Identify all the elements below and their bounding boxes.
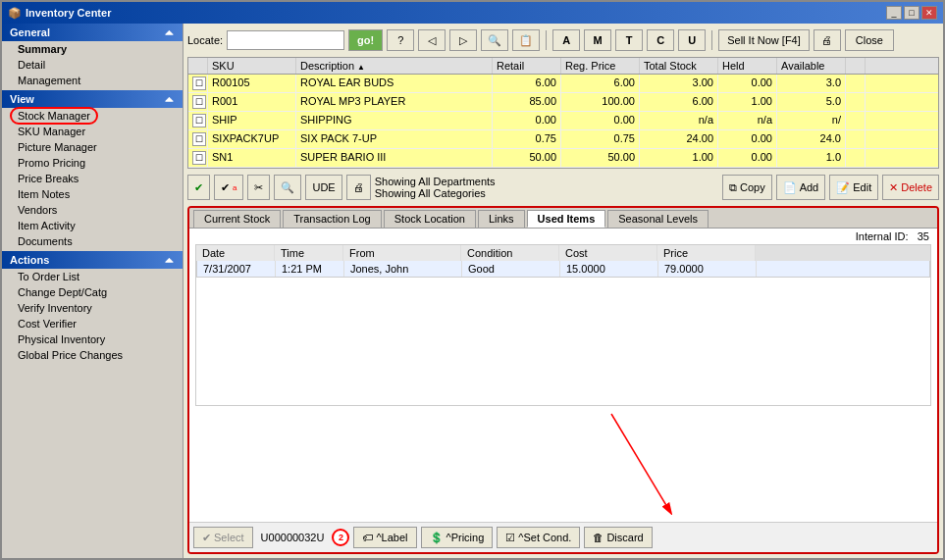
letter-u-button[interactable]: U	[678, 29, 706, 51]
close-button[interactable]: Close	[845, 29, 894, 51]
row2-total-stock: 6.00	[640, 93, 718, 111]
grid-row[interactable]: ☐ SHIP SHIPPING 0.00 0.00 n/a n/a n/	[188, 112, 938, 130]
sidebar-item-documents[interactable]: Documents	[2, 233, 183, 249]
row3-held: n/a	[718, 112, 777, 129]
discard-icon: 🗑	[593, 532, 604, 543]
tab-used-items[interactable]: Used Items	[527, 210, 606, 228]
sidebar-item-vendors[interactable]: Vendors	[2, 202, 183, 218]
used-table-body: 7/31/2007 1:21 PM Jones, John Good 15.00…	[195, 261, 931, 406]
row5-available: 1.0	[777, 149, 846, 167]
letter-c-button[interactable]: C	[647, 29, 674, 51]
add-button[interactable]: 📄 Add	[776, 175, 826, 200]
action-bar: ✔ ✔a ✂ 🔍 UDE 🖨 Showing All Departments S…	[187, 173, 939, 202]
row5-checkbox[interactable]: ☐	[188, 149, 208, 167]
tab-current-stock[interactable]: Current Stock	[193, 210, 281, 228]
delete-button[interactable]: ✕ Delete	[882, 175, 939, 200]
printer2-button[interactable]: 🖨	[346, 175, 371, 200]
row2-checkbox[interactable]: ☐	[188, 93, 208, 111]
sidebar-item-item-activity[interactable]: Item Activity	[2, 218, 183, 233]
grid-row[interactable]: ☐ R001 ROYAL MP3 PLAYER 85.00 100.00 6.0…	[188, 93, 938, 112]
discard-button[interactable]: 🗑 Discard	[584, 527, 652, 548]
col-header-scroll	[846, 58, 866, 74]
grid-row[interactable]: ☐ R00105 ROYAL EAR BUDS 6.00 6.00 3.00 0…	[188, 75, 938, 93]
sidebar-header-actions[interactable]: Actions ⏶	[2, 251, 183, 269]
right-panel: Locate: go! ? ◁ ▷ 🔍 📋 A M T C U Sell It …	[184, 24, 943, 558]
label-button[interactable]: 🏷 ^Label	[353, 527, 416, 548]
row1-checkbox[interactable]: ☐	[188, 75, 208, 92]
row3-checkbox[interactable]: ☐	[188, 112, 208, 129]
sidebar-item-to-order-list[interactable]: To Order List	[2, 269, 183, 284]
letter-a-button[interactable]: A	[552, 29, 580, 51]
label-icon: 🏷	[362, 532, 373, 543]
help-button[interactable]: ?	[387, 29, 414, 51]
sidebar-item-summary[interactable]: Summary	[2, 41, 183, 57]
used-table-row[interactable]: 7/31/2007 1:21 PM Jones, John Good 15.00…	[196, 261, 930, 278]
edit-button[interactable]: 📝 Edit	[829, 175, 878, 200]
tab-seasonal-levels[interactable]: Seasonal Levels	[607, 210, 709, 228]
scissors-button[interactable]: ✂	[247, 175, 270, 200]
row2-retail: 85.00	[493, 93, 561, 111]
copy-button[interactable]: ⧉ Copy	[722, 175, 772, 200]
sell-it-now-button[interactable]: Sell It Now [F4]	[718, 29, 810, 51]
separator1	[546, 30, 547, 50]
select-label: Select	[214, 532, 244, 543]
row3-extra	[846, 112, 866, 129]
sidebar-item-detail[interactable]: Detail	[2, 57, 183, 73]
pricing-button[interactable]: 💲 ^Pricing	[421, 527, 494, 548]
row4-extra	[846, 130, 866, 148]
tab-links[interactable]: Links	[478, 210, 525, 228]
sidebar-header-general[interactable]: General ⏶	[2, 24, 183, 41]
sidebar-item-picture-manager[interactable]: Picture Manager	[2, 139, 183, 155]
binoculars-button[interactable]: 🔍	[274, 175, 301, 200]
ude-button[interactable]: UDE	[305, 175, 341, 200]
set-cond-button[interactable]: ☑ ^Set Cond.	[497, 527, 580, 548]
sidebar-view-label: View	[10, 93, 34, 105]
row1-reg-price: 6.00	[561, 75, 640, 92]
sidebar-item-change-dept[interactable]: Change Dept/Catg	[2, 284, 183, 300]
close-window-button[interactable]: ✕	[921, 6, 937, 20]
row4-checkbox[interactable]: ☐	[188, 130, 208, 148]
col-header-sku: SKU	[208, 58, 296, 74]
sidebar-item-cost-verifier[interactable]: Cost Verifier	[2, 316, 183, 331]
sidebar-item-item-notes[interactable]: Item Notes	[2, 186, 183, 202]
used-row1-cost: 15.0000	[560, 261, 658, 277]
back-button[interactable]: ◁	[418, 29, 446, 51]
letter-m-button[interactable]: M	[584, 29, 611, 51]
row4-available: 24.0	[777, 130, 846, 148]
empty-table-space	[196, 278, 930, 405]
sidebar-item-physical-inventory[interactable]: Physical Inventory	[2, 331, 183, 347]
checkmark-x-button[interactable]: ✔a	[214, 175, 243, 200]
forward-button[interactable]: ▷	[449, 29, 477, 51]
row2-reg-price: 100.00	[561, 93, 640, 111]
sidebar-item-price-breaks[interactable]: Price Breaks	[2, 171, 183, 186]
search-button[interactable]: 🔍	[481, 29, 508, 51]
go-button[interactable]: go!	[348, 29, 383, 51]
maximize-button[interactable]: □	[904, 6, 919, 20]
grid-row[interactable]: ☐ SN1 SUPER BARIO III 50.00 50.00 1.00 0…	[188, 149, 938, 168]
letter-t-button[interactable]: T	[615, 29, 643, 51]
row4-retail: 0.75	[493, 130, 561, 148]
filter-button[interactable]: 📋	[512, 29, 540, 51]
checkmark-button[interactable]: ✔	[187, 175, 210, 200]
sidebar-item-verify-inventory[interactable]: Verify Inventory	[2, 300, 183, 316]
sidebar-item-stock-manager[interactable]: Stock Manager	[10, 107, 98, 125]
item-grid: SKU Description ▲ Retail Reg. Price Tota…	[187, 57, 939, 169]
tab-transaction-log[interactable]: Transaction Log	[283, 210, 381, 228]
row1-total-stock: 3.00	[640, 75, 718, 92]
row2-description: ROYAL MP3 PLAYER	[296, 93, 493, 111]
minimize-button[interactable]: _	[886, 6, 902, 20]
sidebar-item-sku-manager[interactable]: SKU Manager	[2, 124, 183, 139]
grid-row[interactable]: ☐ SIXPACK7UP SIX PACK 7-UP 0.75 0.75 24.…	[188, 130, 938, 149]
locate-input[interactable]	[227, 30, 344, 50]
sidebar-item-management[interactable]: Management	[2, 73, 183, 88]
dept-line1: Showing All Departments	[375, 176, 718, 187]
print-button[interactable]: 🖨	[814, 29, 841, 51]
sidebar-header-view[interactable]: View ⏶	[2, 90, 183, 108]
row2-extra	[846, 93, 866, 111]
col-header-total-stock: Total Stock	[640, 58, 718, 74]
sidebar-item-promo-pricing[interactable]: Promo Pricing	[2, 155, 183, 171]
row3-retail: 0.00	[493, 112, 561, 129]
tab-stock-location[interactable]: Stock Location	[384, 210, 476, 228]
select-button[interactable]: ✔ Select	[193, 527, 253, 548]
sidebar-item-global-price-changes[interactable]: Global Price Changes	[2, 347, 183, 363]
